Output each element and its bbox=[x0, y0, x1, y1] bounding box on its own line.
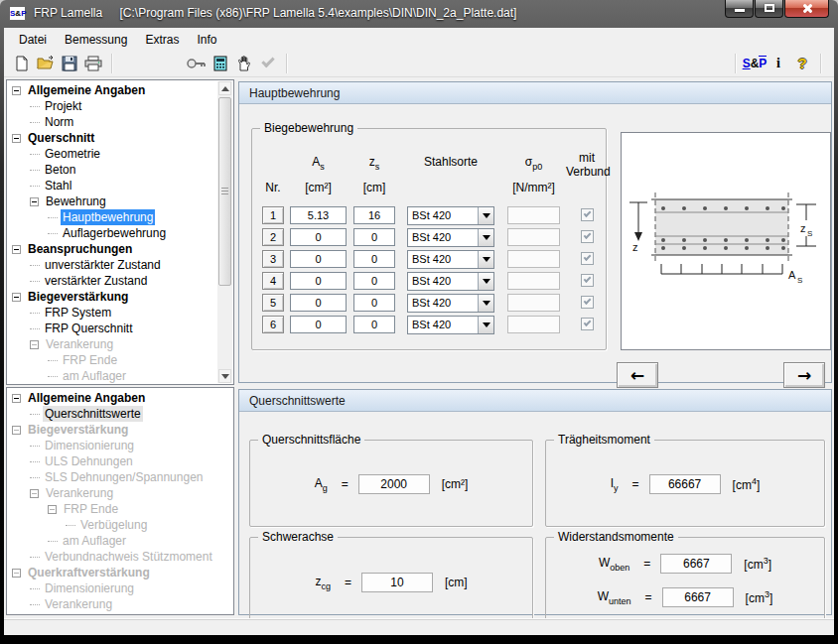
menu-info[interactable]: Info bbox=[188, 31, 225, 49]
calculate-button[interactable] bbox=[210, 53, 231, 74]
title-bar[interactable]: S&P FRP Lamella [C:\Program Files (x86)\… bbox=[0, 0, 838, 28]
open-file-button[interactable] bbox=[35, 53, 57, 74]
tree-item-projekt[interactable]: Projekt bbox=[7, 98, 233, 114]
tree-item-frp-system[interactable]: FRP System bbox=[7, 305, 233, 321]
tree-item-beanspruchungen[interactable]: Beanspruchungen bbox=[7, 241, 233, 257]
menu-extras[interactable]: Extras bbox=[136, 31, 188, 49]
ag-row: Ag = 2000 [cm²] bbox=[250, 474, 532, 494]
previous-page-button[interactable]: ← bbox=[617, 362, 658, 388]
tree-item-verstaerkter-zustand[interactable]: verstärkter Zustand bbox=[7, 273, 233, 289]
toolbar-separator bbox=[286, 54, 288, 73]
tree-item-allgemeine-angaben[interactable]: Allgemeine Angaben bbox=[7, 390, 233, 406]
row-number-button[interactable]: 6 bbox=[262, 316, 284, 333]
tree-item-geometrie[interactable]: Geometrie bbox=[7, 146, 233, 162]
save-floppy-icon bbox=[62, 56, 77, 71]
app-icon: S&P bbox=[9, 6, 26, 21]
row-number-button[interactable]: 2 bbox=[262, 228, 284, 246]
tree-item-auflagerbewehrung[interactable]: Auflagerbewehrung bbox=[7, 225, 233, 241]
collapse-icon[interactable] bbox=[12, 293, 21, 302]
biegebewehrung-group: Biegebewehrung As zs Stahlsorte σp0 mitV… bbox=[251, 128, 607, 350]
close-icon bbox=[801, 3, 813, 14]
steel-grade-select[interactable]: BSt 420 bbox=[407, 228, 494, 247]
dropdown-arrow-icon[interactable] bbox=[478, 207, 493, 224]
collapse-icon[interactable] bbox=[12, 394, 21, 403]
steel-grade-select[interactable]: BSt 420 bbox=[407, 316, 494, 334]
tree-item-stahl[interactable]: Stahl bbox=[7, 178, 233, 193]
row-number-button[interactable]: 3 bbox=[262, 250, 284, 268]
dropdown-arrow-icon[interactable] bbox=[478, 295, 493, 312]
zs-input[interactable] bbox=[353, 250, 395, 268]
zs-input[interactable] bbox=[353, 228, 395, 246]
maximize-button[interactable] bbox=[755, 0, 783, 18]
tree-item-querschnitt[interactable]: Querschnitt bbox=[7, 130, 233, 146]
dropdown-arrow-icon[interactable] bbox=[478, 273, 493, 290]
steel-grade-select[interactable]: BSt 420 bbox=[407, 272, 494, 291]
zs-input[interactable] bbox=[353, 316, 395, 333]
calculator-icon bbox=[213, 56, 227, 71]
tree-item-unverstaerkter-zustand[interactable]: unverstärkter Zustand bbox=[7, 257, 233, 273]
tree-item-dimensionierung: Dimensionierung bbox=[7, 580, 233, 596]
help-button[interactable]: ? bbox=[791, 53, 813, 74]
as-input[interactable] bbox=[290, 316, 347, 333]
collapse-icon[interactable] bbox=[30, 197, 39, 206]
close-button[interactable] bbox=[784, 0, 829, 18]
toolbar-separator bbox=[111, 54, 113, 73]
license-button[interactable] bbox=[186, 53, 208, 74]
collapse-icon[interactable] bbox=[12, 134, 21, 143]
zs-input[interactable] bbox=[353, 272, 395, 290]
scroll-down-icon[interactable] bbox=[218, 369, 231, 383]
save-button[interactable] bbox=[59, 53, 80, 74]
sp-website-button[interactable]: S&P bbox=[744, 53, 766, 74]
minimize-button[interactable] bbox=[725, 0, 754, 18]
as-input[interactable] bbox=[290, 294, 347, 312]
confirm-button bbox=[257, 53, 279, 74]
tree-item-bewehrung[interactable]: Bewehrung bbox=[7, 193, 233, 209]
steel-grade-select[interactable]: BSt 420 bbox=[407, 250, 494, 269]
tree-item-beton[interactable]: Beton bbox=[7, 162, 233, 178]
menu-bemessung[interactable]: Bemessung bbox=[56, 31, 136, 49]
steel-grade-select[interactable]: BSt 420 bbox=[407, 206, 494, 225]
col-header-stahlsorte: Stahlsorte bbox=[407, 155, 494, 169]
row-number-button[interactable]: 1 bbox=[262, 206, 284, 224]
tree-item-hauptbewehrung[interactable]: Hauptbewehrung bbox=[7, 209, 233, 225]
dropdown-arrow-icon[interactable] bbox=[478, 251, 493, 268]
tree-item-frp-querschnitt[interactable]: FRP Querschnitt bbox=[7, 321, 233, 336]
new-file-button[interactable] bbox=[11, 53, 33, 74]
tree-item-querschnittswerte[interactable]: Querschnittswerte bbox=[7, 406, 233, 422]
stop-button[interactable] bbox=[233, 53, 255, 74]
dropdown-arrow-icon[interactable] bbox=[478, 229, 493, 246]
tree-item-verankerung: Verankerung bbox=[7, 596, 233, 612]
as-input[interactable] bbox=[290, 206, 347, 224]
dropdown-arrow-icon[interactable] bbox=[478, 317, 493, 333]
group-title: Querschnittsfläche bbox=[258, 433, 364, 447]
steel-grade-select[interactable]: BSt 420 bbox=[407, 294, 494, 313]
scroll-up-icon[interactable] bbox=[218, 81, 231, 95]
collapse-icon[interactable] bbox=[12, 86, 21, 95]
rebar-row-5: 5 BSt 420 bbox=[252, 294, 606, 314]
tree-item-biegeverstaerkung[interactable]: Biegeverstärkung bbox=[7, 289, 233, 305]
tree-scrollbar[interactable] bbox=[217, 81, 232, 383]
tree-item-norm[interactable]: Norm bbox=[7, 114, 233, 130]
panel-caption: Hauptbewehrung bbox=[239, 82, 831, 104]
row-number-button[interactable]: 5 bbox=[262, 294, 284, 312]
as-input[interactable] bbox=[290, 272, 347, 290]
zs-input[interactable] bbox=[353, 294, 395, 312]
zs-input[interactable] bbox=[353, 206, 395, 224]
menu-datei[interactable]: Datei bbox=[10, 31, 56, 49]
app-name: FRP Lamella bbox=[34, 6, 102, 20]
row-number-button[interactable]: 4 bbox=[262, 272, 284, 290]
col-header-sigma: σp0 bbox=[507, 155, 560, 172]
tree-item-allgemeine-angaben[interactable]: Allgemeine Angaben bbox=[7, 82, 233, 98]
print-button[interactable] bbox=[82, 53, 104, 74]
info-button[interactable]: i bbox=[768, 53, 789, 74]
next-page-button[interactable]: → bbox=[783, 362, 825, 388]
dim-label-as-sub: S bbox=[797, 276, 802, 285]
collapse-icon[interactable] bbox=[12, 245, 21, 254]
bond-checkbox bbox=[581, 252, 594, 265]
group-title: Widerstandsmomente bbox=[554, 530, 678, 544]
help-icon: ? bbox=[797, 55, 806, 71]
col-header-nr: Nr. bbox=[258, 181, 288, 194]
scrollbar-thumb[interactable] bbox=[218, 97, 231, 286]
as-input[interactable] bbox=[290, 250, 347, 268]
as-input[interactable] bbox=[290, 228, 347, 246]
